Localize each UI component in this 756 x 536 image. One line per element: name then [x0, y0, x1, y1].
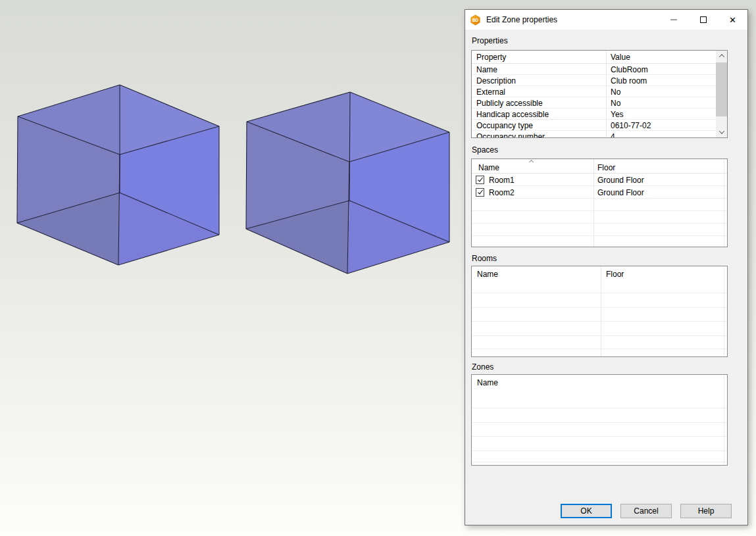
- spaces-col-floor[interactable]: Floor: [597, 163, 615, 172]
- rooms-col-name[interactable]: Name: [477, 270, 498, 279]
- property-row-clipped[interactable]: Occupancy number4: [472, 131, 716, 137]
- cancel-button[interactable]: Cancel: [620, 504, 672, 518]
- rooms-label: Rooms: [472, 254, 497, 263]
- edit-zone-properties-dialog: BD Edit Zone properties ✕ Properties Pro…: [465, 9, 748, 525]
- property-row[interactable]: Handicap accessibleYes: [472, 109, 716, 120]
- empty-row: [472, 308, 727, 322]
- empty-row: [472, 408, 727, 423]
- rooms-rows: [472, 282, 727, 356]
- help-button[interactable]: Help: [680, 504, 732, 518]
- property-row[interactable]: ExternalNo: [472, 86, 716, 97]
- minimize-icon: [670, 19, 677, 20]
- empty-row: [472, 451, 727, 462]
- empty-row: [472, 211, 727, 224]
- space-checkbox[interactable]: [476, 176, 484, 184]
- close-button[interactable]: ✕: [718, 10, 747, 30]
- empty-row: [472, 423, 727, 437]
- space-row[interactable]: Room2 Ground Floor: [472, 186, 727, 199]
- properties-scrollbar[interactable]: [716, 51, 727, 137]
- spaces-rows: Room1 Ground Floor Room2 Ground Floor: [472, 174, 727, 247]
- close-icon: ✕: [729, 16, 736, 24]
- empty-row: [472, 391, 727, 408]
- properties-header[interactable]: Property Value: [472, 51, 727, 64]
- chevron-down-icon: [718, 128, 724, 134]
- empty-row: [472, 199, 727, 211]
- zone-box-1[interactable]: [17, 85, 219, 265]
- spaces-label: Spaces: [472, 145, 498, 155]
- rooms-table[interactable]: Name Floor: [471, 266, 728, 357]
- empty-row: [472, 336, 727, 349]
- app-badge-icon: BD: [470, 14, 481, 26]
- empty-row: [472, 322, 727, 336]
- maximize-button[interactable]: [688, 10, 718, 30]
- property-row[interactable]: Occupancy type0610-77-02: [472, 120, 716, 131]
- space-row[interactable]: Room1 Ground Floor: [472, 174, 727, 186]
- dialog-title: Edit Zone properties: [486, 15, 557, 24]
- scroll-down-button[interactable]: [716, 127, 727, 137]
- dialog-titlebar[interactable]: BD Edit Zone properties ✕: [465, 10, 747, 30]
- check-icon: [478, 176, 483, 182]
- scrollbar-thumb[interactable]: [716, 62, 727, 116]
- zones-header[interactable]: Name: [472, 375, 727, 391]
- properties-col-value[interactable]: Value: [611, 53, 630, 62]
- maximize-icon: [700, 16, 707, 23]
- properties-label: Properties: [472, 36, 508, 45]
- rooms-col-floor[interactable]: Floor: [606, 270, 624, 279]
- spaces-header[interactable]: Name Floor: [472, 159, 727, 174]
- ok-button[interactable]: OK: [561, 504, 612, 518]
- svg-text:BD: BD: [472, 18, 479, 22]
- empty-row: [472, 282, 727, 293]
- zones-label: Zones: [472, 362, 493, 372]
- chevron-up-icon: [718, 54, 724, 59]
- empty-row: [472, 224, 727, 236]
- zones-col-name[interactable]: Name: [477, 378, 498, 387]
- properties-rows: NameClubRoom DescriptionClub room Extern…: [472, 64, 716, 137]
- empty-row: [472, 236, 727, 247]
- properties-col-property[interactable]: Property: [476, 53, 506, 62]
- sort-ascending-icon: [529, 160, 534, 164]
- scroll-up-button[interactable]: [716, 51, 727, 61]
- property-row[interactable]: Publicly accessibleNo: [472, 97, 716, 109]
- rooms-header[interactable]: Name Floor: [472, 266, 727, 282]
- spaces-col-name[interactable]: Name: [478, 163, 499, 172]
- empty-row: [472, 293, 727, 308]
- empty-row: [472, 437, 727, 451]
- properties-table[interactable]: Property Value NameClubRoom DescriptionC…: [471, 50, 728, 138]
- spaces-table[interactable]: Name Floor Room1 Ground Floor Room2 Grou…: [471, 158, 728, 247]
- check-icon: [478, 189, 483, 195]
- zones-table[interactable]: Name: [471, 374, 728, 466]
- property-row[interactable]: DescriptionClub room: [472, 75, 716, 86]
- zones-rows: [472, 391, 727, 465]
- property-row[interactable]: NameClubRoom: [472, 64, 716, 75]
- zone-box-2[interactable]: [246, 92, 449, 274]
- minimize-button[interactable]: [659, 10, 688, 30]
- space-checkbox[interactable]: [476, 188, 484, 197]
